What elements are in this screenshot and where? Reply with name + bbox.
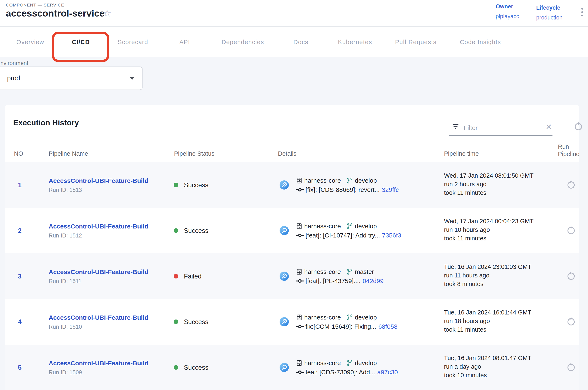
col-header-run-pipeline: Run Pipeline <box>558 143 585 158</box>
run-pipeline-icon[interactable] <box>566 317 576 327</box>
table-row: 3 AccessControl-UBI-Feature-Build Run ID… <box>5 253 579 299</box>
commit-message: fix:[CCM-15649]: Fixing... <box>306 323 376 330</box>
page-title: accesscontrol-service <box>6 8 105 19</box>
run-pipeline-icon[interactable] <box>566 363 576 372</box>
col-header-pipeline-time: Pipeline time <box>444 150 479 157</box>
pipeline-name-link[interactable]: AccessControl-UBI-Feature-Build <box>49 223 148 230</box>
lifecycle-label: Lifecycle <box>536 5 576 11</box>
kebab-menu-icon[interactable] <box>581 8 583 18</box>
run-id: Run ID: 1509 <box>49 369 82 376</box>
pipeline-name-link[interactable]: AccessControl-UBI-Feature-Build <box>49 177 148 184</box>
filter-icon <box>452 123 460 131</box>
git-commit-icon <box>296 186 304 194</box>
git-branch-icon <box>346 177 353 184</box>
git-commit-icon <box>296 277 304 285</box>
row-number[interactable]: 5 <box>14 364 26 371</box>
commit-hash-link[interactable]: a97c30 <box>377 369 398 376</box>
ci-build-icon <box>279 180 289 190</box>
commit-message: [feat]: [CI-10747]: Add try... <box>306 232 380 239</box>
pipeline-name-link[interactable]: AccessControl-UBI-Feature-Build <box>49 314 148 321</box>
environment-selected-value: prod <box>7 74 20 82</box>
pipeline-name-link[interactable]: AccessControl-UBI-Feature-Build <box>49 268 148 276</box>
col-header-details: Details <box>278 150 297 157</box>
tab-api[interactable]: API <box>179 39 190 46</box>
status-label: Success <box>184 364 208 371</box>
tab-code-insights[interactable]: Code Insights <box>460 39 501 46</box>
branch-name: develop <box>355 359 377 367</box>
status-label: Success <box>184 181 208 189</box>
run-id: Run ID: 1513 <box>49 187 82 193</box>
run-id: Run ID: 1512 <box>49 233 82 239</box>
col-header-pipeline-name: Pipeline Name <box>49 150 88 157</box>
branch-name: develop <box>355 223 377 230</box>
row-number[interactable]: 1 <box>14 181 26 189</box>
filter-input[interactable] <box>464 123 533 133</box>
git-branch-icon <box>346 314 353 321</box>
filter-underline <box>449 135 552 136</box>
tab-dependencies[interactable]: Dependencies <box>222 39 264 46</box>
ci-build-icon <box>279 226 289 235</box>
repository-name: harness-core <box>304 177 341 184</box>
owner-label: Owner <box>496 3 535 10</box>
tab-cicd[interactable]: CI/CD <box>72 39 90 46</box>
repository-icon <box>296 314 303 321</box>
commit-hash-link[interactable]: 329ffc <box>382 186 399 193</box>
ci-build-icon <box>279 317 289 327</box>
status-dot <box>174 183 178 187</box>
git-commit-icon <box>296 322 304 331</box>
environment-select[interactable]: prod <box>0 67 143 90</box>
pipeline-name-link[interactable]: AccessControl-UBI-Feature-Build <box>49 360 148 367</box>
commit-hash-link[interactable]: 68f058 <box>378 323 397 330</box>
chevron-down-icon <box>130 77 135 80</box>
pipeline-time: Wed, 17 Jan 2024 00:04:23 GMT run 10 hou… <box>444 217 533 243</box>
status-label: Success <box>184 318 208 326</box>
pipeline-time: Tue, 16 Jan 2024 08:01:47 GMT run a day … <box>444 354 531 380</box>
repository-icon <box>296 359 303 367</box>
branch-name: develop <box>355 314 377 321</box>
repository-name: harness-core <box>304 359 341 367</box>
run-pipeline-icon[interactable] <box>566 271 576 281</box>
status-dot <box>174 320 178 324</box>
col-header-no: NO <box>14 150 23 157</box>
page-header: COMPONENT — SERVICE accesscontrol-servic… <box>0 0 588 27</box>
owner-value-link[interactable]: plplayacc <box>496 13 535 20</box>
clear-filter-icon[interactable]: ✕ <box>546 123 552 131</box>
row-number[interactable]: 3 <box>14 273 26 280</box>
git-branch-icon <box>346 359 353 367</box>
environment-label: nvironment <box>0 60 28 67</box>
repository-icon <box>296 268 303 275</box>
repository-name: harness-core <box>304 223 341 230</box>
tab-overview[interactable]: Overview <box>16 39 44 46</box>
row-number[interactable]: 2 <box>14 227 26 235</box>
repository-icon <box>296 223 303 230</box>
lifecycle-value: production <box>536 14 576 21</box>
pipeline-time: Tue, 16 Jan 2024 16:01:44 GMT run 18 hou… <box>444 308 531 334</box>
entity-kind-label: COMPONENT — SERVICE <box>6 2 64 7</box>
git-commit-icon <box>296 368 304 376</box>
run-id: Run ID: 1511 <box>49 278 81 285</box>
pipeline-time: Tue, 16 Jan 2024 23:01:03 GMT run 11 hou… <box>444 263 531 288</box>
row-number[interactable]: 4 <box>14 318 26 326</box>
run-id: Run ID: 1510 <box>49 324 82 330</box>
run-pipeline-icon[interactable] <box>566 180 576 190</box>
tab-kubernetes[interactable]: Kubernetes <box>338 39 372 46</box>
tab-scorecard[interactable]: Scorecard <box>118 39 148 46</box>
repository-icon <box>296 177 303 184</box>
tab-docs[interactable]: Docs <box>293 39 309 46</box>
owner-meta: Owner plplayacc <box>496 3 535 20</box>
commit-message: feat: [CDS-73090]: Add... <box>306 369 375 376</box>
table-row: 5 AccessControl-UBI-Feature-Build Run ID… <box>5 344 579 390</box>
run-pipeline-icon[interactable] <box>566 226 576 235</box>
commit-hash-link[interactable]: 7356f3 <box>382 232 401 239</box>
git-branch-icon <box>346 268 353 275</box>
commit-message: [fix]: [CDS-88669]: revert... <box>306 186 380 193</box>
commit-message: [feat]: [PL-43759]:... <box>306 277 361 285</box>
refresh-icon[interactable] <box>573 122 583 131</box>
favorite-star-icon[interactable]: ☆ <box>103 8 111 18</box>
tab-bar: Overview CI/CD Scorecard API Dependencie… <box>0 27 588 57</box>
commit-hash-link[interactable]: 042d99 <box>363 277 384 285</box>
card-title: Execution History <box>13 118 79 127</box>
lifecycle-meta: Lifecycle production <box>536 5 576 21</box>
tab-pull-requests[interactable]: Pull Requests <box>395 39 436 46</box>
git-branch-icon <box>346 223 353 230</box>
